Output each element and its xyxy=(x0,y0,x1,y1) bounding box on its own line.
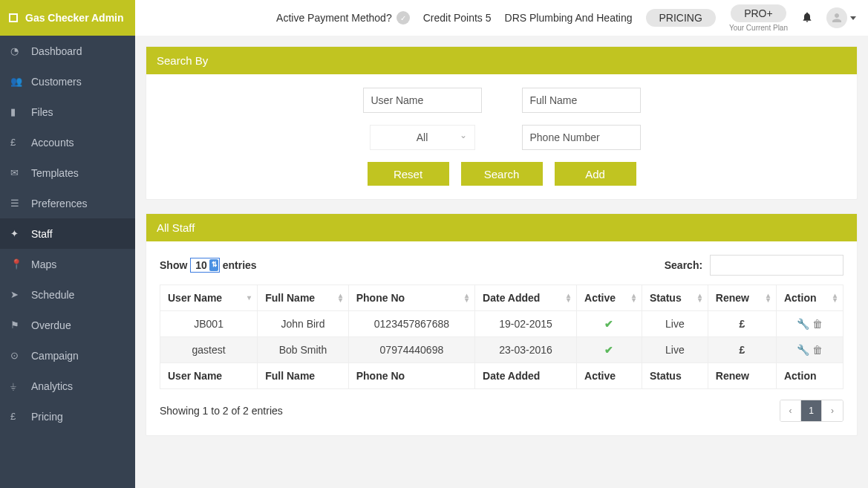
entries-select[interactable]: 10 xyxy=(190,258,220,273)
plan-indicator[interactable]: PRO+ Your Current Plan xyxy=(729,4,788,32)
delete-trash-icon[interactable]: 🗑 xyxy=(812,344,823,356)
table-info: Showing 1 to 2 of 2 entries xyxy=(160,405,283,417)
table-search-input[interactable] xyxy=(710,255,843,276)
sidebar-item-overdue[interactable]: ⚑Overdue xyxy=(0,310,135,340)
footer-col: User Name xyxy=(160,363,258,389)
notifications-bell-icon[interactable] xyxy=(801,11,813,25)
staff-panel-title: All Staff xyxy=(146,214,857,241)
page-prev[interactable]: ‹ xyxy=(780,400,801,421)
cell: JB001 xyxy=(160,311,258,337)
sidebar-nav: ◔Dashboard👥Customers▮Files£Accounts✉Temp… xyxy=(0,36,135,432)
staff-panel: All Staff Show 10 entries Search: xyxy=(146,213,858,436)
sidebar-item-label: Maps xyxy=(31,258,56,270)
dashboard-icon: ◔ xyxy=(10,45,27,56)
company-name: DRS Plumbing And Heating xyxy=(505,12,633,24)
col-full-name[interactable]: Full Name▴▾ xyxy=(258,285,349,311)
delete-trash-icon[interactable]: 🗑 xyxy=(812,318,823,330)
sidebar-item-files[interactable]: ▮Files xyxy=(0,97,135,127)
sidebar-item-label: Schedule xyxy=(31,289,74,301)
topbar: Active Payment Method? ✓ Credit Points 5… xyxy=(135,0,868,36)
cell: Live xyxy=(642,337,708,363)
cell: Live xyxy=(642,311,708,337)
active-check-icon: ✔ xyxy=(604,318,613,330)
col-action[interactable]: Action▴▾ xyxy=(776,285,843,311)
staff-table: User Name▾Full Name▴▾Phone No▴▾Date Adde… xyxy=(160,284,843,389)
pagination: ‹ 1 › xyxy=(780,400,843,422)
add-button[interactable]: Add xyxy=(555,162,636,186)
username-input[interactable] xyxy=(363,88,482,113)
cell: 23-03-2016 xyxy=(475,337,577,363)
sidebar-item-label: Customers xyxy=(31,76,82,88)
cell: ✔ xyxy=(577,311,642,337)
cell: ✔ xyxy=(577,337,642,363)
col-phone-no[interactable]: Phone No▴▾ xyxy=(348,285,474,311)
entries-value: 10 xyxy=(195,259,207,271)
sidebar-item-label: Analytics xyxy=(31,380,73,392)
search-panel: Search By All xyxy=(146,46,858,200)
footer-col: Phone No xyxy=(348,363,474,389)
search-button[interactable]: Search xyxy=(461,162,543,186)
sidebar-item-accounts[interactable]: £Accounts xyxy=(0,127,135,157)
cell: 07974440698 xyxy=(348,337,474,363)
role-select[interactable]: All xyxy=(370,125,475,150)
campaign-icon: ⊙ xyxy=(10,350,27,361)
sort-icon: ▴▾ xyxy=(465,293,469,302)
table-search-label: Search: xyxy=(665,259,702,271)
phone-input[interactable] xyxy=(522,125,641,150)
sidebar-item-preferences[interactable]: ☰Preferences xyxy=(0,188,135,218)
sidebar-item-label: Files xyxy=(31,106,53,118)
sidebar-item-schedule[interactable]: ➤Schedule xyxy=(0,279,135,310)
col-date-added[interactable]: Date Added▴▾ xyxy=(475,285,577,311)
accounts-icon: £ xyxy=(10,137,27,148)
sort-icon: ▴▾ xyxy=(632,293,636,302)
staff-icon: ✦ xyxy=(10,228,27,239)
pricing-button[interactable]: PRICING xyxy=(646,9,716,27)
sidebar-item-staff[interactable]: ✦Staff xyxy=(0,218,135,249)
footer-col: Action xyxy=(776,363,843,389)
maps-icon: 📍 xyxy=(10,258,27,270)
brand-title: Gas Checker Admin xyxy=(25,12,124,24)
sidebar: Gas Checker Admin ◔Dashboard👥Customers▮F… xyxy=(0,0,135,488)
cell: gastest xyxy=(160,337,258,363)
sidebar-item-templates[interactable]: ✉Templates xyxy=(0,157,135,188)
page-next[interactable]: › xyxy=(822,400,843,421)
templates-icon: ✉ xyxy=(10,167,27,178)
reset-button[interactable]: Reset xyxy=(368,162,449,186)
schedule-icon: ➤ xyxy=(10,289,27,300)
footer-col: Full Name xyxy=(258,363,349,389)
edit-wrench-icon[interactable]: 🔧 xyxy=(797,344,809,356)
footer-col: Active xyxy=(577,363,642,389)
page-1[interactable]: 1 xyxy=(801,400,822,421)
check-circle-icon: ✓ xyxy=(397,11,410,25)
footer-col: Renew xyxy=(708,363,776,389)
renew-icon[interactable]: £ xyxy=(739,318,745,330)
cell: 0123457867688 xyxy=(348,311,474,337)
sidebar-item-label: Accounts xyxy=(31,137,74,149)
sidebar-item-dashboard[interactable]: ◔Dashboard xyxy=(0,36,135,66)
brand-header[interactable]: Gas Checker Admin xyxy=(0,0,135,36)
fullname-input[interactable] xyxy=(522,88,641,113)
col-renew[interactable]: Renew▴▾ xyxy=(708,285,776,311)
user-menu[interactable] xyxy=(826,7,856,28)
payment-method-status[interactable]: Active Payment Method? ✓ xyxy=(276,11,410,25)
cell: John Bird xyxy=(258,311,349,337)
files-icon: ▮ xyxy=(10,106,27,117)
sidebar-item-maps[interactable]: 📍Maps xyxy=(0,249,135,279)
sidebar-item-customers[interactable]: 👥Customers xyxy=(0,66,135,97)
footer-col: Date Added xyxy=(475,363,577,389)
cell: £ xyxy=(708,311,776,337)
col-user-name[interactable]: User Name▾ xyxy=(160,285,258,311)
sidebar-item-pricing[interactable]: £Pricing xyxy=(0,401,135,432)
table-row: JB001John Bird012345786768819-02-2015✔Li… xyxy=(160,311,843,337)
brand-logo-icon xyxy=(9,13,18,22)
active-check-icon: ✔ xyxy=(604,344,613,356)
col-active[interactable]: Active▴▾ xyxy=(577,285,642,311)
col-status[interactable]: Status▴▾ xyxy=(642,285,708,311)
cell: £ xyxy=(708,337,776,363)
sidebar-item-campaign[interactable]: ⊙Campaign xyxy=(0,340,135,371)
edit-wrench-icon[interactable]: 🔧 xyxy=(797,318,809,330)
overdue-icon: ⚑ xyxy=(10,319,27,331)
renew-icon[interactable]: £ xyxy=(739,344,745,356)
sidebar-item-analytics[interactable]: ⏚Analytics xyxy=(0,371,135,401)
plan-button[interactable]: PRO+ xyxy=(731,4,786,22)
